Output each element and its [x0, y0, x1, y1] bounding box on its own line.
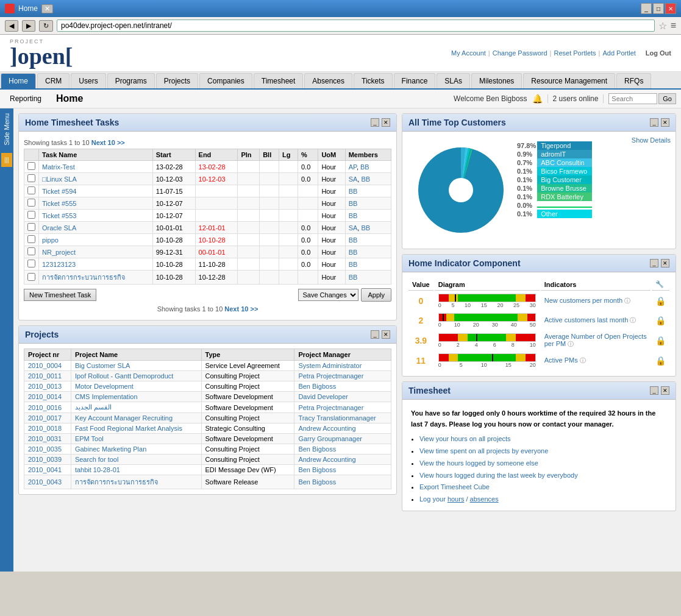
window-controls: _ □ ✕ — [641, 3, 676, 14]
indicator-lock: 🔒 — [652, 352, 669, 370]
col-pln: Pln — [238, 149, 260, 161]
maximize-btn[interactable]: □ — [653, 3, 664, 14]
indicator-diagram: 0246810 — [435, 331, 540, 350]
nav-item-resource-mgmt[interactable]: Resource Management — [523, 73, 615, 88]
lock-icon[interactable]: 🔒 — [655, 316, 666, 325]
row-checkbox[interactable] — [27, 186, 35, 194]
timesheet-portlet-body: You have so far logged only 0 hours work… — [402, 400, 676, 511]
timesheet-tasks-body: Showing tasks 1 to 10 Next 10 >> Task Na… — [19, 132, 396, 320]
task-link[interactable]: Matrix-Test — [42, 163, 75, 171]
projects-body: Project nr Project Name Type Project Man… — [19, 344, 396, 494]
apply-btn[interactable]: Apply — [361, 288, 391, 302]
task-link[interactable]: Ticket #555 — [42, 200, 76, 207]
row-checkbox[interactable] — [27, 235, 35, 243]
add-portlet-link[interactable]: Add Portlet — [602, 49, 635, 57]
save-changes-select[interactable]: Save Changes — [298, 289, 358, 301]
ts-close-btn[interactable]: ✕ — [661, 386, 669, 395]
new-timesheet-task-btn[interactable]: New Timesheet Task — [24, 289, 96, 301]
export-timesheet-cube-link[interactable]: Export Timesheet Cube — [419, 483, 490, 490]
logout-btn[interactable]: Log Out — [646, 49, 671, 57]
portlet-close-btn[interactable]: ✕ — [382, 118, 390, 127]
page-title: Home — [46, 91, 93, 107]
row-checkbox[interactable] — [27, 199, 35, 207]
nav-item-slas[interactable]: SLAs — [437, 73, 470, 88]
tc-close-btn[interactable]: ✕ — [661, 118, 669, 127]
indicator-label: Average Number of Open Projects per PM ⓘ — [541, 331, 651, 350]
nav-item-projects[interactable]: Projects — [156, 73, 198, 88]
bell-icon[interactable]: 🔔 — [532, 94, 543, 104]
nav-item-crm[interactable]: CRM — [37, 73, 70, 88]
tc-minimize-btn[interactable]: _ — [650, 118, 658, 127]
log-hours-absences-link[interactable]: Log your hours / absences — [419, 495, 499, 503]
sidebar-tab[interactable]: ||| — [1, 153, 12, 167]
ind-minimize-btn[interactable]: _ — [650, 259, 658, 267]
task-link[interactable]: 123123123 — [42, 261, 76, 268]
reload-btn[interactable]: ↻ — [39, 20, 53, 32]
show-details-link[interactable]: Show Details — [632, 136, 671, 144]
row-checkbox[interactable] — [27, 211, 35, 219]
task-link[interactable]: การจัดการกระบวนการธรกิจ — [42, 274, 125, 281]
next-10-link-bottom[interactable]: Next 10 >> — [224, 305, 258, 313]
table-row: Ticket #555 10-12-07 Hour BB — [24, 197, 391, 210]
legend-item: 0.9% adromIT — [516, 150, 592, 158]
indicator-lock: 🔒 — [652, 292, 669, 310]
task-link[interactable]: pippo — [42, 236, 59, 244]
table-row: 2010_0016 القسم الجديد Software Developm… — [24, 402, 391, 413]
row-checkbox[interactable] — [27, 247, 35, 255]
view-hours-someone-else-link[interactable]: View the hours logged by someone else — [419, 459, 538, 467]
back-btn[interactable]: ◀ — [5, 20, 18, 32]
legend-item: 0.1% Other — [516, 210, 592, 218]
portlet-minimize-btn[interactable]: _ — [371, 118, 379, 127]
top-customers-portlet: All Time Top Customers _ ✕ Show Details — [402, 113, 676, 249]
nav-item-companies[interactable]: Companies — [199, 73, 252, 88]
search-input[interactable] — [608, 93, 657, 104]
task-link[interactable]: □Linux SLA — [42, 175, 77, 183]
nav-item-absences[interactable]: Absences — [304, 73, 352, 88]
row-checkbox[interactable] — [27, 273, 35, 281]
menu-icon[interactable]: ≡ — [671, 20, 676, 31]
row-checkbox[interactable] — [27, 174, 35, 182]
task-link[interactable]: Oracle SLA — [42, 224, 76, 232]
lock-icon[interactable]: 🔒 — [655, 296, 666, 306]
next-10-link-top[interactable]: Next 10 >> — [91, 139, 125, 146]
close-btn[interactable]: ✕ — [665, 3, 676, 14]
row-checkbox[interactable] — [27, 260, 35, 267]
forward-btn[interactable]: ▶ — [22, 20, 35, 32]
col-project-nr: Project nr — [24, 349, 71, 361]
nav-item-timesheet[interactable]: Timesheet — [254, 73, 304, 88]
task-link[interactable]: Ticket #594 — [42, 188, 76, 195]
favorites-icon[interactable]: ☆ — [658, 20, 667, 32]
row-checkbox[interactable] — [27, 223, 35, 231]
address-bar[interactable] — [57, 19, 655, 32]
view-hours-last-week-link[interactable]: View hours logged during the last week b… — [419, 472, 578, 479]
reporting-link[interactable]: Reporting — [5, 92, 46, 105]
minimize-btn[interactable]: _ — [641, 3, 652, 14]
view-hours-all-projects-link[interactable]: View your hours on all projects — [419, 435, 511, 442]
nav-item-tickets[interactable]: Tickets — [354, 73, 393, 88]
task-link[interactable]: NR_project — [42, 249, 76, 256]
view-time-all-projects-link[interactable]: View time spent on all projects by every… — [419, 447, 548, 455]
nav-item-finance[interactable]: Finance — [394, 73, 436, 88]
nav-item-home[interactable]: Home — [1, 73, 36, 88]
nav-item-programs[interactable]: Programs — [107, 73, 155, 88]
nav-item-rfqs[interactable]: RFQs — [616, 73, 651, 88]
search-button[interactable]: Go — [658, 93, 676, 104]
tasks-table: Task Name Start End Pln Bll Lg % UoM Mem… — [24, 149, 391, 285]
task-link[interactable]: Ticket #553 — [42, 212, 76, 219]
ind-close-btn[interactable]: ✕ — [661, 259, 669, 267]
showing-prefix: Showing tasks 1 to 10 — [24, 139, 90, 146]
ts-minimize-btn[interactable]: _ — [650, 386, 658, 395]
nav-item-users[interactable]: Users — [71, 73, 105, 88]
projects-minimize-btn[interactable]: _ — [371, 330, 379, 339]
change-password-link[interactable]: Change Password — [493, 49, 547, 57]
tab-close[interactable]: ✕ — [41, 4, 53, 13]
lock-icon[interactable]: 🔒 — [655, 356, 666, 366]
projects-close-btn[interactable]: ✕ — [382, 330, 390, 339]
row-checkbox[interactable] — [27, 162, 35, 170]
reset-portlets-link[interactable]: Reset Portlets — [554, 49, 596, 57]
lock-icon[interactable]: 🔒 — [655, 336, 666, 345]
sidebar-label[interactable]: Side Menu — [3, 108, 10, 150]
my-account-link[interactable]: My Account — [451, 49, 486, 57]
wrench-icon[interactable]: 🔧 — [655, 280, 664, 288]
nav-item-milestones[interactable]: Milestones — [471, 73, 522, 88]
